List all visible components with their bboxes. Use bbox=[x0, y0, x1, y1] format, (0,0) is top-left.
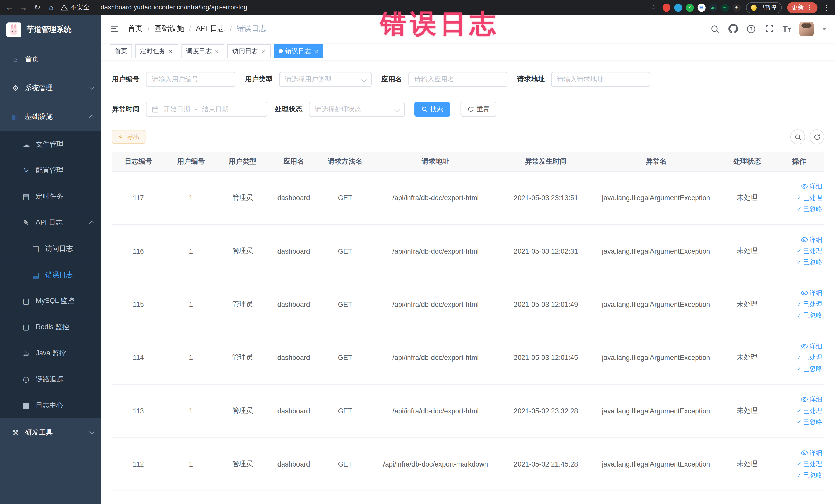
app-logo[interactable]: 芋道管理系统 bbox=[0, 15, 101, 45]
sidebar-item-log-center[interactable]: ▤日志中心 bbox=[0, 392, 101, 418]
processed-link[interactable]: ✓已处理 bbox=[776, 299, 822, 310]
sidebar-item-link-trace[interactable]: ◎链路追踪 bbox=[0, 366, 101, 392]
browser-menu-button[interactable]: ⋮ bbox=[823, 3, 830, 11]
tab-item[interactable]: 错误日志× bbox=[273, 44, 323, 58]
request-url-input[interactable] bbox=[551, 72, 650, 87]
processed-link[interactable]: ✓已处理 bbox=[776, 352, 822, 363]
cell-method: GET bbox=[319, 278, 371, 331]
reset-button[interactable]: 重置 bbox=[461, 102, 496, 117]
download-icon bbox=[118, 134, 124, 140]
detail-link[interactable]: 详细 bbox=[776, 181, 822, 192]
navbar: 首页/基础设施/API 日志/错误日志 ? TT bbox=[101, 15, 835, 43]
refresh-table-button[interactable] bbox=[809, 129, 824, 144]
export-button[interactable]: 导出 bbox=[112, 130, 145, 144]
ignored-link[interactable]: ✓已忽略 bbox=[776, 416, 822, 427]
breadcrumb-item[interactable]: 基础设施 bbox=[154, 24, 184, 33]
sidebar-item-config-manage[interactable]: ✎配置管理 bbox=[0, 157, 101, 183]
hamburger-button[interactable] bbox=[109, 24, 119, 33]
browser-toolbar: ← → ↻ ⌂ 不安全 dashboard.yudao.iocoder.cn/i… bbox=[0, 0, 835, 15]
github-icon[interactable] bbox=[728, 24, 738, 33]
red-extension-icon[interactable] bbox=[662, 3, 670, 11]
ignored-link[interactable]: ✓已忽略 bbox=[776, 363, 822, 374]
sidebar-item-java-monitor[interactable]: ☕Java 监控 bbox=[0, 340, 101, 366]
close-icon[interactable]: × bbox=[168, 48, 174, 55]
close-icon[interactable]: × bbox=[214, 48, 220, 55]
detail-link[interactable]: 详细 bbox=[776, 287, 822, 299]
sidebar-item-file-manage[interactable]: ☁文件管理 bbox=[0, 131, 101, 157]
forward-button[interactable]: → bbox=[19, 3, 28, 12]
tab-item[interactable]: 首页 bbox=[109, 44, 132, 58]
app-title: 芋道管理系统 bbox=[27, 25, 72, 35]
action-label: 详细 bbox=[809, 341, 822, 352]
ignored-link[interactable]: ✓已忽略 bbox=[776, 257, 822, 268]
toggle-search-button[interactable] bbox=[790, 129, 805, 144]
processed-link[interactable]: ✓已处理 bbox=[776, 405, 822, 417]
avatar[interactable] bbox=[799, 22, 814, 36]
sidebar-item-error-log[interactable]: ▤错误日志 bbox=[0, 262, 101, 288]
detail-link[interactable]: 详细 bbox=[776, 234, 822, 245]
site-security[interactable]: 不安全 bbox=[61, 3, 89, 12]
user-type-select[interactable]: 请选择用户类型 bbox=[279, 72, 372, 87]
cell-method: GET bbox=[319, 437, 371, 490]
leaf-extension-icon[interactable]: ❧ bbox=[721, 3, 729, 11]
back-button[interactable]: ← bbox=[5, 3, 14, 12]
detail-link[interactable]: 详细 bbox=[776, 394, 822, 405]
url-text[interactable]: dashboard.yudao.iocoder.cn/infra/log/api… bbox=[101, 4, 247, 11]
search-button[interactable]: 搜索 bbox=[414, 102, 450, 117]
action-label: 详细 bbox=[809, 181, 822, 192]
sidebar-item-system[interactable]: ⚙系统管理 bbox=[0, 74, 101, 102]
reload-button[interactable]: ↻ bbox=[33, 3, 42, 12]
processed-link[interactable]: ✓已处理 bbox=[776, 245, 822, 257]
filter-label-exception-time: 异常时间 bbox=[112, 104, 140, 114]
sidebar-item-mysql-monitor[interactable]: ▢MySQL 监控 bbox=[0, 287, 101, 314]
update-button[interactable]: 更新 ⋮ bbox=[787, 2, 817, 13]
action-label: 已处理 bbox=[803, 458, 822, 469]
exception-time-range[interactable]: 开始日期 - 结束日期 bbox=[146, 102, 267, 117]
tab-item[interactable]: 访问日志× bbox=[227, 44, 270, 58]
help-icon[interactable]: ? bbox=[747, 24, 756, 33]
tab-item[interactable]: 定时任务× bbox=[135, 44, 178, 58]
cloud-icon: ☁ bbox=[21, 140, 31, 148]
close-icon[interactable]: × bbox=[313, 48, 319, 55]
sidebar-item-infra[interactable]: ▦基础设施 bbox=[0, 102, 101, 131]
cell-exception: java.lang.IllegalArgumentException bbox=[592, 331, 720, 384]
green-check-extension-icon[interactable]: ✓ bbox=[686, 3, 694, 11]
sidebar-item-access-log[interactable]: ▤访问日志 bbox=[0, 236, 101, 262]
sidebar-item-redis-monitor[interactable]: ▢Redis 监控 bbox=[0, 314, 101, 340]
breadcrumb-separator: / bbox=[230, 24, 232, 33]
close-icon[interactable]: × bbox=[261, 48, 266, 55]
paused-badge[interactable]: 已暂停 bbox=[746, 2, 781, 13]
check-icon: ✓ bbox=[796, 299, 801, 310]
detail-link[interactable]: 详细 bbox=[776, 447, 822, 459]
cell-app: dashboard bbox=[268, 331, 319, 384]
breadcrumb-item[interactable]: 首页 bbox=[128, 24, 143, 33]
ignored-link[interactable]: ✓已忽略 bbox=[776, 469, 822, 481]
sidebar-item-scheduled-task[interactable]: ▤定时任务 bbox=[0, 183, 101, 209]
bookmark-star-icon[interactable]: ☆ bbox=[650, 3, 657, 12]
breadcrumb-item[interactable]: API 日志 bbox=[196, 24, 225, 33]
font-size-icon[interactable]: TT bbox=[782, 25, 791, 33]
processed-link[interactable]: ✓已处理 bbox=[776, 192, 822, 203]
ignored-link[interactable]: ✓已忽略 bbox=[776, 203, 822, 215]
sidebar-item-home[interactable]: ⌂首页 bbox=[0, 45, 101, 74]
chevron-down-icon[interactable] bbox=[822, 27, 827, 30]
sidebar-item-dev-tools[interactable]: ⚒研发工具 bbox=[0, 418, 101, 447]
ignored-link[interactable]: ✓已忽略 bbox=[776, 310, 822, 321]
home-button[interactable]: ⌂ bbox=[47, 3, 56, 12]
search-icon[interactable] bbox=[710, 24, 720, 33]
app-name-input[interactable] bbox=[408, 72, 507, 87]
user-id-input[interactable] bbox=[146, 72, 236, 87]
dark-on-extension-icon[interactable]: on bbox=[709, 3, 717, 11]
process-status-select[interactable]: 请选择处理状态 bbox=[309, 102, 405, 117]
fullscreen-icon[interactable] bbox=[765, 24, 774, 33]
action-label: 已处理 bbox=[803, 245, 822, 257]
detail-link[interactable]: 详细 bbox=[776, 341, 822, 352]
grid-extension-icon[interactable]: ▦ bbox=[697, 3, 705, 11]
processed-link[interactable]: ✓已处理 bbox=[776, 458, 822, 469]
eye-icon bbox=[801, 450, 808, 456]
tab-item[interactable]: 调度日志× bbox=[182, 44, 224, 58]
plug-extension-icon[interactable]: ✦ bbox=[733, 3, 740, 11]
blue-drop-extension-icon[interactable] bbox=[674, 3, 682, 11]
table-toolbar: 导出 bbox=[112, 129, 824, 144]
sidebar-item-api-log[interactable]: ✎API 日志 bbox=[0, 209, 101, 236]
